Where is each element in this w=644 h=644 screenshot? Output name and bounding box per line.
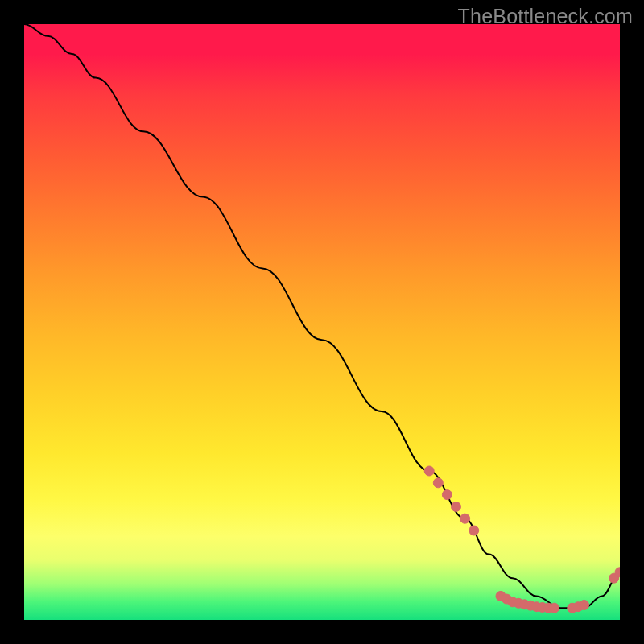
data-marker xyxy=(452,502,461,511)
data-marker xyxy=(424,466,434,476)
chart-stage: TheBottleneck.com xyxy=(0,0,644,644)
bottleneck-curve xyxy=(24,24,620,608)
watermark-text: TheBottleneck.com xyxy=(458,5,633,28)
data-marker xyxy=(433,478,443,488)
plot-area xyxy=(24,24,620,620)
data-marker xyxy=(580,601,589,610)
data-marker xyxy=(469,526,479,535)
data-marker xyxy=(460,514,470,523)
plot-overlay xyxy=(24,24,620,620)
data-marker xyxy=(442,490,452,500)
data-marker xyxy=(550,603,559,613)
marker-group xyxy=(424,466,620,613)
